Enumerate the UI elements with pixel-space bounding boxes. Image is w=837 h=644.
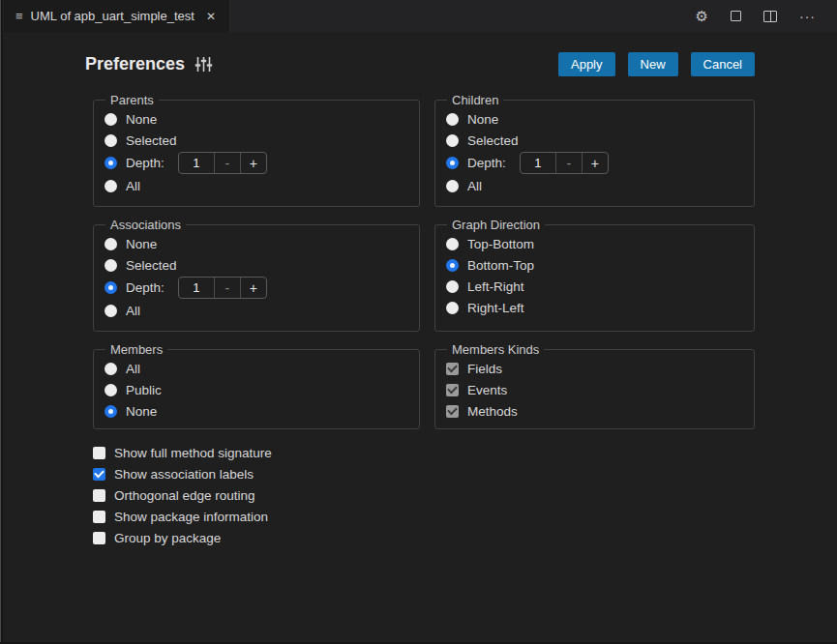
checkbox-label: Group by package — [114, 531, 221, 545]
radio-row: Left-Right — [446, 276, 744, 297]
tab-uml-preview[interactable]: ≡ UML of apb_uart_simple_test ✕ — [4, 0, 230, 32]
radio-label: Right-Left — [467, 301, 524, 315]
checkbox-methods[interactable] — [446, 405, 459, 418]
radio-row: None — [446, 108, 744, 130]
stepper-increment-button[interactable]: + — [582, 153, 608, 173]
radio-label: Top-Bottom — [467, 237, 534, 251]
radio-row: All — [105, 358, 409, 379]
radio-row: All — [105, 175, 409, 196]
checkbox-label: Fields — [467, 362, 502, 376]
radio-children-selected[interactable] — [446, 134, 459, 147]
group-parents: Parents None Selected Depth: 1 - + — [93, 93, 420, 207]
radio-label: None — [126, 237, 157, 251]
radio-row: Selected — [446, 130, 744, 151]
checkbox-row: Show package information — [93, 506, 755, 527]
radio-label: None — [126, 404, 157, 419]
split-editor-icon[interactable] — [763, 11, 777, 22]
apply-button[interactable]: Apply — [558, 52, 615, 76]
radio-children-depth[interactable] — [446, 157, 459, 169]
stepper-value[interactable]: 1 — [521, 153, 555, 173]
radio-label: Public — [126, 383, 162, 397]
stepper-decrement-button[interactable]: - — [214, 153, 240, 173]
header-buttons: Apply New Cancel — [558, 52, 755, 76]
group-parents-legend: Parents — [105, 93, 159, 107]
stepper-value[interactable]: 1 — [179, 278, 214, 298]
radio-parents-all[interactable] — [105, 180, 117, 192]
checkbox-label: Methods — [467, 404, 518, 419]
tab-bar: ≡ UML of apb_uart_simple_test ✕ ⚙ ··· — [0, 0, 837, 32]
radio-children-all[interactable] — [446, 180, 459, 192]
window-left-edge — [0, 0, 3, 644]
radio-associations-all[interactable] — [105, 305, 117, 317]
radio-row: All — [446, 175, 744, 196]
page-title: Preferences — [85, 54, 185, 74]
radio-associations-none[interactable] — [105, 238, 117, 250]
stepper-decrement-button[interactable]: - — [214, 278, 240, 298]
group-graph-direction: Graph Direction Top-Bottom Bottom-Top Le… — [434, 218, 755, 332]
close-icon[interactable]: ✕ — [206, 10, 216, 23]
stepper-increment-button[interactable]: + — [240, 278, 266, 298]
more-actions-icon[interactable]: ··· — [799, 9, 816, 24]
checkbox-row: Group by package — [93, 527, 755, 548]
radio-label: Left-Right — [467, 279, 524, 294]
radio-label: None — [126, 112, 157, 127]
cancel-button[interactable]: Cancel — [691, 52, 755, 76]
stepper-value[interactable]: 1 — [179, 153, 214, 173]
radio-direction-bottom-top[interactable] — [446, 259, 459, 272]
radio-label: All — [126, 179, 140, 193]
radio-children-none[interactable] — [446, 113, 459, 126]
radio-parents-selected[interactable] — [105, 134, 117, 147]
checkbox-events[interactable] — [446, 384, 459, 396]
radio-label: Depth: — [126, 156, 164, 170]
group-children: Children None Selected Depth: 1 - + — [434, 93, 755, 207]
radio-associations-depth[interactable] — [105, 281, 117, 294]
stepper-decrement-button[interactable]: - — [555, 153, 582, 173]
depth-stepper: 1 - + — [520, 152, 609, 174]
checkbox-show-association-labels[interactable] — [93, 468, 105, 481]
radio-label: Selected — [126, 258, 177, 273]
checkbox-fields[interactable] — [446, 363, 459, 375]
checkbox-row: Show association labels — [93, 463, 755, 484]
radio-row: Selected — [105, 130, 409, 151]
checkbox-group-by-package[interactable] — [93, 532, 105, 544]
radio-row: Bottom-Top — [446, 254, 744, 276]
checkbox-show-full-method-signature[interactable] — [93, 447, 105, 459]
radio-label: Depth: — [126, 280, 164, 295]
radio-associations-selected[interactable] — [105, 259, 117, 272]
radio-label: Selected — [467, 133, 519, 148]
radio-row: Top-Bottom — [446, 233, 744, 254]
stepper-increment-button[interactable]: + — [240, 153, 266, 173]
radio-direction-left-right[interactable] — [446, 280, 459, 293]
preferences-header: Preferences Apply New Cancel — [85, 52, 755, 76]
group-members-kinds: Members Kinds Fields Events Methods — [434, 342, 755, 429]
group-graph-direction-legend: Graph Direction — [447, 218, 545, 232]
radio-direction-right-left[interactable] — [446, 302, 459, 314]
radio-members-all[interactable] — [105, 363, 117, 375]
radio-parents-depth[interactable] — [105, 157, 117, 169]
radio-row: None — [105, 233, 409, 254]
radio-members-none[interactable] — [105, 405, 117, 418]
list-tree-icon: ≡ — [15, 9, 23, 23]
checkbox-label: Orthogonal edge routing — [114, 488, 255, 503]
radio-label: Selected — [126, 133, 177, 148]
group-members-kinds-legend: Members Kinds — [447, 342, 544, 357]
checkbox-row: Orthogonal edge routing — [93, 484, 755, 506]
radio-parents-none[interactable] — [105, 113, 117, 126]
depth-stepper: 1 - + — [178, 152, 267, 174]
settings-gear-icon[interactable]: ⚙ — [696, 9, 708, 23]
editor-area: Preferences Apply New Cancel — [0, 32, 837, 644]
radio-members-public[interactable] — [105, 384, 117, 396]
checkbox-label: Show full method signature — [114, 446, 272, 460]
depth-stepper: 1 - + — [178, 277, 267, 299]
group-members-legend: Members — [105, 342, 167, 357]
checkbox-show-package-information[interactable] — [93, 511, 105, 523]
radio-label: Depth: — [467, 156, 506, 170]
radio-direction-top-bottom[interactable] — [446, 238, 459, 250]
group-members: Members All Public None — [93, 342, 420, 429]
group-children-legend: Children — [447, 93, 503, 107]
checkbox-label: Events — [467, 383, 507, 397]
square-icon[interactable] — [731, 11, 741, 21]
new-button[interactable]: New — [628, 52, 678, 76]
checkbox-orthogonal-edge-routing[interactable] — [93, 489, 105, 502]
preferences-grid: Parents None Selected Depth: 1 - + — [93, 93, 755, 429]
